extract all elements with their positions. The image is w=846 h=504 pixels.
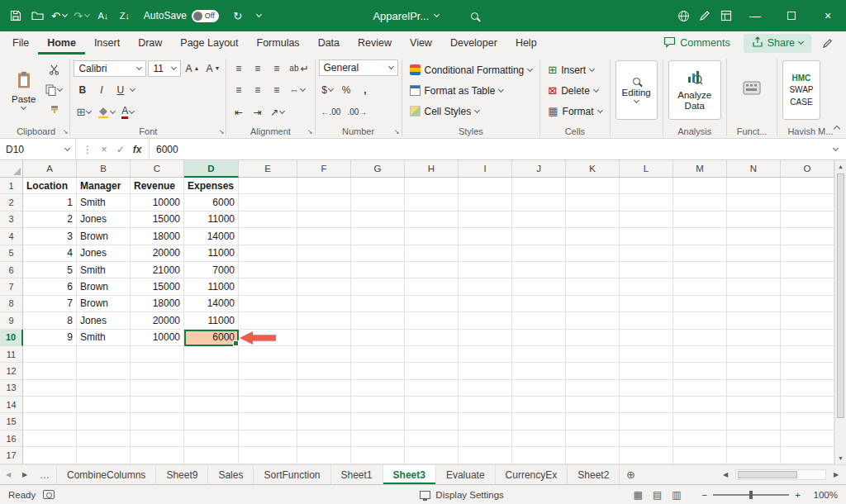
select-all-corner[interactable] [0, 160, 23, 178]
cell-I13[interactable] [459, 380, 512, 397]
cell-A17[interactable] [23, 447, 77, 464]
vertical-scroll-thumb[interactable] [837, 174, 844, 418]
cell-C10[interactable]: 10000 [131, 330, 184, 346]
cell-O13[interactable] [781, 380, 834, 397]
cell-B7[interactable]: Brown [77, 278, 131, 295]
cell-I15[interactable] [459, 413, 512, 430]
column-header-I[interactable]: I [459, 160, 512, 178]
cell-K11[interactable] [566, 346, 620, 363]
cell-O6[interactable] [781, 262, 834, 278]
ribbon-layout-icon[interactable] [715, 3, 737, 28]
cell-N3[interactable] [727, 212, 781, 228]
tab-home[interactable]: Home [38, 31, 85, 55]
cell-K12[interactable] [566, 363, 620, 379]
cell-N10[interactable] [727, 330, 781, 346]
row-header-17[interactable]: 17 [0, 447, 23, 464]
cell-F7[interactable] [297, 278, 351, 295]
cell-H14[interactable] [405, 397, 459, 413]
expand-formula-bar-icon[interactable] [825, 149, 846, 150]
cell-E9[interactable] [239, 312, 297, 329]
redo-button[interactable]: ↷ [70, 3, 93, 28]
cell-F2[interactable] [297, 194, 351, 211]
share-button[interactable]: Share [744, 34, 811, 53]
cell-J4[interactable] [512, 228, 566, 245]
cell-I6[interactable] [459, 262, 512, 278]
undo-button[interactable]: ↶ [48, 3, 70, 28]
cell-I14[interactable] [459, 397, 512, 413]
search-icon[interactable] [463, 3, 485, 28]
cell-N16[interactable] [727, 430, 781, 447]
cell-J13[interactable] [512, 380, 566, 397]
cell-L5[interactable] [620, 245, 673, 262]
cell-L1[interactable] [620, 178, 673, 194]
cell-A11[interactable] [23, 346, 77, 363]
collapse-ribbon-icon[interactable] [834, 122, 839, 134]
column-header-L[interactable]: L [620, 160, 673, 178]
format-as-table-button[interactable]: Format as Table [406, 80, 537, 101]
cell-O1[interactable] [781, 178, 834, 194]
column-header-M[interactable]: M [673, 160, 727, 178]
cell-O12[interactable] [781, 363, 834, 379]
cell-M7[interactable] [673, 278, 727, 295]
cell-G7[interactable] [351, 278, 405, 295]
font-name-select[interactable]: Calibri [74, 60, 146, 77]
cell-K8[interactable] [566, 296, 620, 312]
cell-G12[interactable] [351, 363, 405, 379]
cell-D8[interactable]: 14000 [184, 296, 239, 312]
cell-B14[interactable] [77, 397, 131, 413]
cell-K9[interactable] [566, 312, 620, 329]
comments-button[interactable]: Comments [655, 34, 738, 53]
cell-M13[interactable] [673, 380, 727, 397]
cell-B4[interactable]: Brown [77, 228, 131, 245]
cell-B3[interactable]: Jones [77, 212, 131, 228]
cell-E7[interactable] [239, 278, 297, 295]
increase-font-size-icon[interactable]: A▲ [183, 59, 202, 77]
cell-G11[interactable] [351, 346, 405, 363]
cell-E1[interactable] [239, 178, 297, 194]
cell-C14[interactable] [131, 397, 184, 413]
cell-K15[interactable] [566, 413, 620, 430]
cell-C12[interactable] [131, 363, 184, 379]
cell-A12[interactable] [23, 363, 77, 379]
scroll-down-icon[interactable]: ▼ [835, 452, 846, 464]
cell-H4[interactable] [405, 228, 459, 245]
cell-M4[interactable] [673, 228, 727, 245]
tab-formulas[interactable]: Formulas [248, 31, 309, 55]
cell-F3[interactable] [297, 212, 351, 228]
cell-E13[interactable] [239, 380, 297, 397]
cell-K2[interactable] [566, 194, 620, 211]
cell-I10[interactable] [459, 330, 512, 346]
cell-O11[interactable] [781, 346, 834, 363]
normal-view-icon[interactable]: ▦ [634, 489, 643, 501]
cell-O14[interactable] [781, 397, 834, 413]
cell-L17[interactable] [620, 447, 673, 464]
cell-L6[interactable] [620, 262, 673, 278]
cell-N6[interactable] [727, 262, 781, 278]
cell-D1[interactable]: Expenses [184, 178, 239, 194]
cell-L11[interactable] [620, 346, 673, 363]
cell-D16[interactable] [184, 430, 239, 447]
cell-O10[interactable] [781, 330, 834, 346]
cell-H5[interactable] [405, 245, 459, 262]
cell-F14[interactable] [297, 397, 351, 413]
save-icon[interactable] [5, 3, 26, 28]
cell-L16[interactable] [620, 430, 673, 447]
cell-C15[interactable] [131, 413, 184, 430]
font-color-icon[interactable]: A [119, 103, 136, 121]
cell-I9[interactable] [459, 312, 512, 329]
cell-L2[interactable] [620, 194, 673, 211]
cell-A3[interactable]: 2 [23, 212, 77, 228]
cell-K16[interactable] [566, 430, 620, 447]
cell-H10[interactable] [405, 330, 459, 346]
tab-help[interactable]: Help [506, 31, 546, 55]
cell-A9[interactable]: 8 [23, 312, 77, 329]
sheet-nav-left-icon[interactable]: ◀ [0, 465, 17, 484]
row-header-5[interactable]: 5 [0, 245, 23, 262]
merge-center-icon[interactable]: ⇔ [287, 82, 307, 99]
decrease-decimal-icon[interactable]: .00→ [345, 103, 369, 121]
sort-ascending-icon[interactable]: A↓ [93, 3, 114, 28]
sheet-tab-sheet2[interactable]: Sheet2 [568, 465, 620, 484]
cell-I17[interactable] [459, 447, 512, 464]
cell-B5[interactable]: Jones [77, 245, 131, 262]
cell-B1[interactable]: Manager [77, 178, 131, 194]
